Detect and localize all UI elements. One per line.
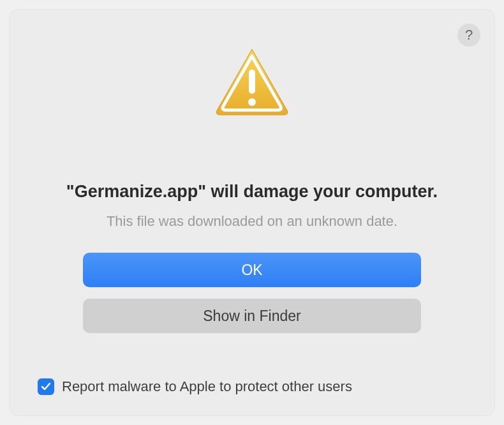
dialog-title: "Germanize.app" will damage your compute… [66, 182, 438, 202]
report-malware-checkbox[interactable] [38, 378, 54, 395]
warning-icon [211, 41, 293, 124]
dialog-subtitle: This file was downloaded on an unknown d… [107, 213, 397, 230]
help-icon: ? [465, 27, 473, 43]
button-container: OK Show in Finder [83, 253, 421, 333]
checkmark-icon [40, 381, 52, 392]
svg-rect-7 [249, 70, 255, 94]
show-in-finder-button[interactable]: Show in Finder [83, 299, 421, 333]
svg-point-8 [248, 98, 256, 106]
report-malware-label: Report malware to Apple to protect other… [62, 378, 352, 395]
report-malware-row: Report malware to Apple to protect other… [38, 378, 352, 395]
malware-warning-dialog: ? "Germanize.app" will damage your compu… [10, 10, 494, 415]
ok-button[interactable]: OK [83, 253, 421, 287]
help-button[interactable]: ? [457, 24, 480, 47]
